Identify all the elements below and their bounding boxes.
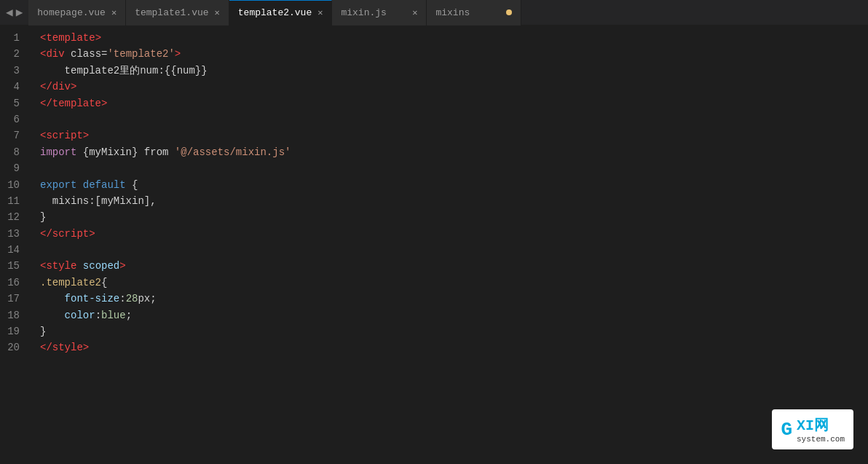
- code-segment: <: [40, 127, 46, 143]
- line-number-15: 15: [0, 258, 25, 274]
- tab-close-btn[interactable]: ✕: [215, 7, 220, 18]
- nav-left-icon[interactable]: ◀: [6, 5, 13, 20]
- code-segment: template: [46, 30, 95, 46]
- line-number-12: 12: [0, 209, 25, 225]
- code-segment: :: [95, 307, 101, 323]
- code-segment: div: [52, 79, 71, 95]
- watermark-g: G: [781, 419, 792, 441]
- tab-close-btn[interactable]: ✕: [317, 7, 323, 18]
- code-segment: </: [40, 95, 52, 111]
- code-line-2: <div class='template2'>: [40, 46, 868, 62]
- code-segment: mixins:[myMixin],: [40, 193, 157, 209]
- tab-close-btn[interactable]: ✕: [111, 7, 117, 18]
- tab-mixins[interactable]: mixins: [427, 0, 521, 25]
- watermark-site: system.com: [797, 435, 845, 444]
- code-line-19: }: [40, 323, 868, 339]
- code-line-14: [40, 242, 868, 258]
- code-line-17: font-size:28px;: [40, 291, 868, 307]
- code-segment: >: [95, 30, 101, 46]
- watermark-xi: XI网: [797, 415, 845, 435]
- tab-label: mixin.js: [341, 7, 386, 18]
- code-segment: .template2: [40, 275, 101, 291]
- tab-mixin-js[interactable]: mixin.js✕: [332, 0, 427, 25]
- line-number-7: 7: [0, 127, 25, 143]
- code-segment: import: [40, 144, 83, 160]
- code-segment: '@/assets/mixin.js': [175, 144, 291, 160]
- line-number-17: 17: [0, 291, 25, 307]
- watermark-xi-net: XI网 system.com: [797, 415, 845, 444]
- line-number-16: 16: [0, 275, 25, 291]
- code-segment: }: [40, 323, 46, 339]
- code-line-7: <script>: [40, 127, 868, 143]
- nav-arrows[interactable]: ◀ ▶: [0, 5, 28, 20]
- watermark: G XI网 system.com: [772, 409, 853, 449]
- code-line-13: </script>: [40, 226, 868, 242]
- code-line-20: </style>: [40, 339, 868, 355]
- tab-label: mixins: [435, 7, 470, 18]
- line-number-18: 18: [0, 307, 25, 323]
- code-segment: >: [83, 339, 89, 355]
- tab-template2-vue[interactable]: template2.vue✕: [229, 0, 333, 25]
- code-segment: {myMixin}: [83, 144, 144, 160]
- code-segment: 'template2': [107, 46, 174, 62]
- code-segment: color: [40, 307, 95, 323]
- code-segment: blue: [101, 307, 126, 323]
- line-number-1: 1: [0, 30, 25, 46]
- line-number-5: 5: [0, 95, 25, 111]
- code-segment: </: [40, 339, 52, 355]
- code-segment: 28: [126, 291, 138, 307]
- code-segment: </: [40, 226, 52, 242]
- tab-bar: ◀ ▶ homepage.vue✕template1.vue✕template2…: [0, 0, 868, 25]
- code-segment: script: [52, 226, 89, 242]
- code-segment: >: [71, 79, 76, 95]
- code-segment: {: [101, 275, 107, 291]
- line-number-14: 14: [0, 242, 25, 258]
- code-segment: scoped: [76, 258, 119, 274]
- code-line-3: template2里的num:{{num}}: [40, 63, 868, 79]
- code-segment: >: [83, 127, 89, 143]
- code-line-8: import {myMixin} from '@/assets/mixin.js…: [40, 144, 868, 160]
- code-segment: script: [46, 127, 82, 143]
- code-segment: font-size: [40, 291, 119, 307]
- line-number-2: 2: [0, 46, 25, 62]
- nav-right-icon[interactable]: ▶: [16, 5, 23, 20]
- code-segment: px;: [138, 291, 156, 307]
- code-line-1: <template>: [40, 30, 868, 46]
- code-line-18: color:blue;: [40, 307, 868, 323]
- code-line-10: export default {: [40, 177, 868, 193]
- code-segment: >: [101, 95, 107, 111]
- code-line-6: [40, 111, 868, 127]
- line-number-13: 13: [0, 226, 25, 242]
- code-segment: <: [40, 46, 46, 62]
- tab-homepage-vue[interactable]: homepage.vue✕: [28, 0, 126, 25]
- code-segment: <: [40, 258, 46, 274]
- tab-template1-vue[interactable]: template1.vue✕: [126, 0, 229, 25]
- line-number-10: 10: [0, 177, 25, 193]
- tab-label: homepage.vue: [37, 7, 106, 18]
- watermark-logo: G: [781, 419, 792, 441]
- line-number-4: 4: [0, 79, 25, 95]
- line-number-19: 19: [0, 323, 25, 339]
- code-segment: </: [40, 79, 52, 95]
- line-number-6: 6: [0, 111, 25, 127]
- code-segment: :: [119, 291, 125, 307]
- editor: 1234567891011121314151617181920 <templat…: [0, 25, 868, 464]
- code-segment: style: [52, 339, 83, 355]
- line-number-3: 3: [0, 63, 25, 79]
- code-segment: ;: [126, 307, 132, 323]
- tab-label: template2.vue: [238, 7, 312, 18]
- code-segment: template: [52, 95, 101, 111]
- code-segment: template2里的num:: [40, 63, 165, 79]
- tab-close-btn[interactable]: ✕: [412, 7, 417, 18]
- line-numbers: 1234567891011121314151617181920: [0, 25, 33, 464]
- code-segment: }: [40, 209, 46, 225]
- code-segment: from: [144, 144, 175, 160]
- code-segment: div: [46, 46, 64, 62]
- line-number-11: 11: [0, 193, 25, 209]
- code-segment: class=: [65, 46, 108, 62]
- code-content[interactable]: <template><div class='template2'> templa…: [33, 25, 868, 464]
- line-number-9: 9: [0, 160, 25, 176]
- code-segment: export: [40, 177, 83, 193]
- code-segment: {{num}}: [165, 63, 208, 79]
- code-line-5: </template>: [40, 95, 868, 111]
